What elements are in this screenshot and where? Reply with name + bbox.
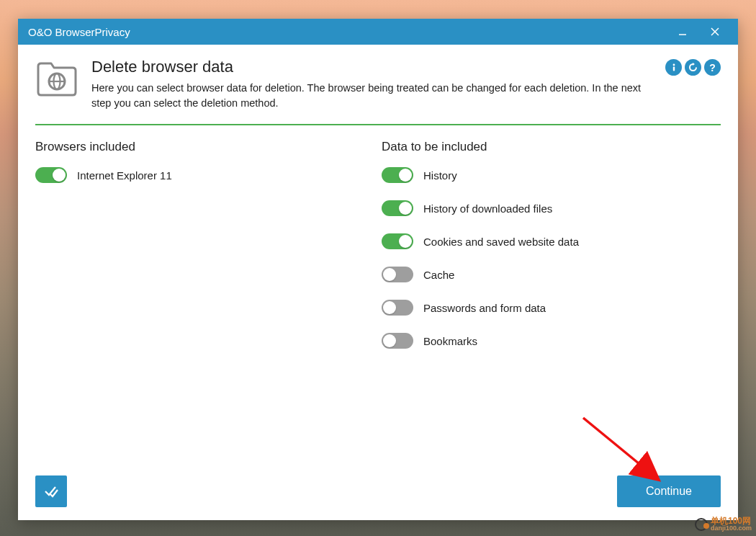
data-item-3-toggle[interactable] [382, 267, 413, 282]
info-icon[interactable] [665, 59, 682, 76]
titlebar: O&O BrowserPrivacy [18, 19, 738, 45]
data-item-1-toggle[interactable] [382, 200, 413, 216]
data-column-title: Data to be included [382, 140, 721, 154]
watermark-logo-icon [695, 518, 708, 531]
help-icon[interactable]: ? [704, 59, 721, 76]
window-title: O&O BrowserPrivacy [28, 26, 666, 38]
data-item-0-row: History [382, 167, 721, 183]
svg-point-6 [672, 63, 675, 66]
data-item-2-row: Cookies and saved website data [382, 233, 721, 249]
data-item-0-toggle[interactable] [382, 167, 413, 183]
data-item-4-toggle[interactable] [382, 300, 413, 316]
close-button[interactable] [698, 19, 731, 45]
data-item-2-toggle[interactable] [382, 233, 413, 249]
data-item-4-label: Passwords and form data [423, 302, 546, 314]
select-all-button[interactable] [35, 475, 67, 507]
header-icons: ? [665, 59, 721, 76]
divider [35, 124, 721, 125]
watermark: 单机100网 danji100.com [695, 517, 752, 532]
browser-folder-icon [35, 58, 78, 98]
data-item-1-row: History of downloaded files [382, 200, 721, 216]
data-item-2-label: Cookies and saved website data [423, 236, 579, 248]
page-description: Here you can select browser data for del… [91, 81, 652, 111]
data-item-0-label: History [423, 169, 457, 182]
browser-item-0-row: Internet Explorer 11 [35, 167, 374, 183]
browser-item-0-label: Internet Explorer 11 [77, 169, 172, 182]
data-item-5-row: Bookmarks [382, 333, 721, 349]
continue-button[interactable]: Continue [617, 475, 721, 507]
content-area: Delete browser data Here you can select … [18, 45, 738, 520]
data-item-1-label: History of downloaded files [423, 202, 552, 215]
data-item-3-label: Cache [423, 269, 454, 281]
data-column: Data to be included HistoryHistory of do… [382, 140, 721, 366]
browsers-column: Browsers included Internet Explorer 11 [35, 140, 374, 366]
page-title: Delete browser data [91, 58, 652, 76]
minimize-button[interactable] [666, 19, 698, 45]
data-item-5-toggle[interactable] [382, 333, 413, 349]
watermark-text: 单机100网 danji100.com [711, 517, 752, 532]
browser-item-0-toggle[interactable] [35, 167, 67, 183]
columns: Browsers included Internet Explorer 11 D… [35, 140, 721, 366]
footer: Continue [35, 475, 721, 507]
data-item-4-row: Passwords and form data [382, 300, 721, 316]
browsers-column-title: Browsers included [35, 140, 374, 154]
data-item-3-row: Cache [382, 267, 721, 282]
svg-rect-7 [672, 66, 674, 71]
data-item-5-label: Bookmarks [423, 335, 477, 347]
header-text: Delete browser data Here you can select … [91, 58, 652, 111]
app-window: O&O BrowserPrivacy Delete browser data H… [18, 19, 738, 520]
refresh-icon[interactable] [685, 59, 701, 76]
header-row: Delete browser data Here you can select … [35, 58, 721, 111]
